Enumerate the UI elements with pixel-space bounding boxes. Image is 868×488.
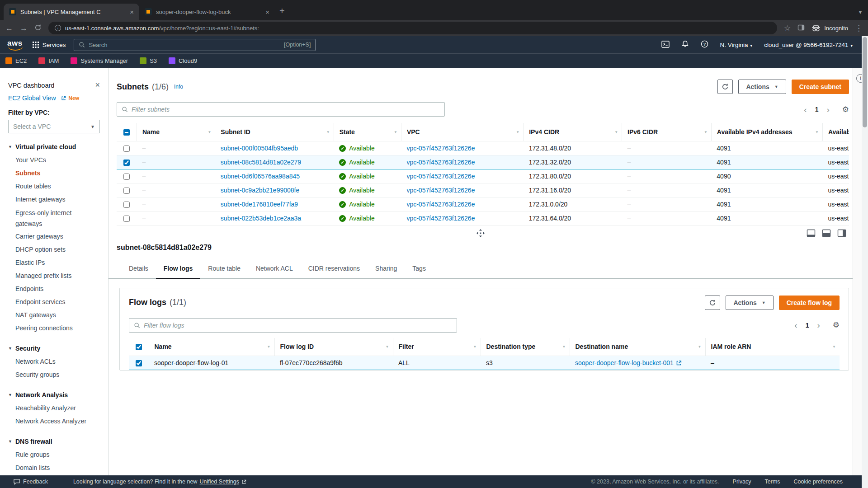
panel-splitter[interactable] (108, 228, 853, 238)
tab-close-icon[interactable]: × (130, 8, 134, 16)
tab-close-icon[interactable]: × (265, 8, 269, 16)
row-select-checkbox[interactable] (123, 188, 130, 194)
subnet-row[interactable]: – subnet-0d6f06576aa98a845 ✓Available vp… (117, 169, 849, 183)
actions-button[interactable]: Actions▼ (738, 80, 786, 94)
favorite-iam[interactable]: IAM (38, 57, 59, 64)
previous-page-icon[interactable]: ‹ (794, 321, 797, 329)
tab-cidr-reservations[interactable]: CIDR reservations (301, 259, 368, 279)
browser-menu-icon[interactable]: ⋮ (855, 24, 863, 32)
sidebar-item-route-tables[interactable]: Route tables (8, 180, 100, 193)
col-header-name[interactable]: Name▼ (149, 338, 274, 356)
bookmark-star-icon[interactable]: ☆ (784, 24, 791, 32)
subnet-id-link[interactable]: subnet-0de176810eef77fa9 (221, 201, 298, 208)
back-icon[interactable]: ← (5, 24, 13, 32)
next-page-icon[interactable]: › (826, 105, 829, 114)
site-info-icon[interactable]: i (55, 25, 61, 31)
column-filter-icon[interactable]: ▼ (832, 345, 836, 349)
vpc-link[interactable]: vpc-057f452763f12626e (406, 187, 475, 194)
subnet-row[interactable]: – subnet-000f00504fb95aedb ✓Available vp… (117, 141, 849, 155)
sidebar-item-reachability-analyzer[interactable]: Reachability Analyzer (8, 402, 100, 415)
row-select-checkbox[interactable] (136, 360, 142, 366)
vpc-link[interactable]: vpc-057f452763f12626e (406, 201, 475, 208)
subnet-id-link[interactable]: subnet-022b53deb1ce2aa3a (221, 215, 301, 222)
sidebar-item-nat-gateways[interactable]: NAT gateways (8, 309, 100, 322)
tab-route-table[interactable]: Route table (200, 259, 248, 279)
vpc-link[interactable]: vpc-057f452763f12626e (406, 215, 475, 222)
sidebar-item-domain-lists[interactable]: Domain lists (8, 461, 100, 474)
row-select-checkbox[interactable] (123, 174, 130, 180)
scrollbar-thumb[interactable] (863, 37, 867, 127)
sidebar-item-network-acls[interactable]: Network ACLs (8, 355, 100, 368)
tab-network-acl[interactable]: Network ACL (248, 259, 301, 279)
sidebar-item-network-access-analyzer[interactable]: Network Access Analyzer (8, 415, 100, 428)
flow-logs-filter-input[interactable] (144, 322, 452, 329)
cloudshell-icon[interactable] (661, 40, 670, 50)
layout-split-half-icon[interactable] (822, 229, 831, 238)
column-filter-icon[interactable]: ▼ (208, 130, 211, 134)
browser-tab-bucket[interactable]: sooper-dooper-flow-log-buck × (139, 4, 275, 20)
column-filter-icon[interactable]: ▼ (267, 345, 271, 349)
subnet-id-link[interactable]: subnet-0c9a2bb21e99008fe (221, 187, 299, 194)
subnets-filter[interactable] (117, 102, 445, 117)
info-link[interactable]: Info (174, 84, 183, 90)
subnet-id-link[interactable]: subnet-0d6f06576aa98a845 (221, 173, 300, 180)
section-network-analysis[interactable]: ▼Network Analysis (8, 389, 100, 402)
vpc-select[interactable]: Select a VPC ▼ (8, 120, 100, 133)
col-header-ipv4-cidr[interactable]: IPv4 CIDR▼ (524, 123, 622, 141)
column-filter-icon[interactable]: ▼ (698, 345, 702, 349)
vpc-link[interactable]: vpc-057f452763f12626e (406, 173, 475, 180)
column-filter-icon[interactable]: ▼ (704, 130, 708, 134)
col-header-destination-type[interactable]: Destination type▼ (481, 338, 570, 356)
sidebar-item-endpoints[interactable]: Endpoints (8, 282, 100, 296)
console-search-input[interactable] (89, 42, 280, 48)
favorite-s3[interactable]: S3 (140, 57, 157, 64)
col-header-available-ipv4[interactable]: Available IPv4 addresses▼ (711, 123, 822, 141)
console-search[interactable]: [Option+S] (74, 39, 316, 51)
address-bar[interactable]: i us-east-1.console.aws.amazon.com/vpc/h… (48, 22, 777, 34)
next-page-icon[interactable]: › (817, 321, 820, 329)
browser-tab-subnets[interactable]: Subnets | VPC Management C × (4, 4, 139, 20)
flow-log-row[interactable]: sooper-dooper-flow-log-01 fl-07ec770ce26… (129, 356, 840, 370)
column-filter-icon[interactable]: ▼ (562, 345, 566, 349)
sidebar-item-dhcp-option-sets[interactable]: DHCP option sets (8, 243, 100, 256)
section-virtual-private-cloud[interactable]: ▼Virtual private cloud (8, 141, 100, 154)
col-header-iam-role-arn[interactable]: IAM role ARN▼ (705, 338, 840, 356)
refresh-button[interactable] (705, 296, 720, 310)
sidebar-item-internet-gateways[interactable]: Internet gateways (8, 193, 100, 206)
col-header-flow-log-id[interactable]: Flow log ID▼ (274, 338, 393, 356)
region-selector[interactable]: N. Virginia▾ (720, 42, 753, 48)
col-header-subnet-id[interactable]: Subnet ID▼ (215, 123, 334, 141)
col-header-filter[interactable]: Filter▼ (393, 338, 481, 356)
services-menu[interactable]: Services (33, 42, 66, 48)
layout-bottom-panel-icon[interactable] (807, 229, 816, 238)
column-filter-icon[interactable]: ▼ (473, 345, 477, 349)
splitter-drag-handle-icon[interactable] (476, 229, 485, 239)
col-header-availability-zone[interactable]: Availab (822, 123, 849, 141)
refresh-button[interactable] (717, 80, 733, 94)
row-select-checkbox[interactable] (123, 216, 130, 222)
destination-bucket-link[interactable]: sooper-dooper-flow-log-bucket-001 (575, 359, 682, 366)
create-flow-log-button[interactable]: Create flow log (779, 296, 840, 310)
close-icon[interactable]: × (95, 80, 100, 90)
terms-link[interactable]: Terms (765, 479, 780, 485)
column-filter-icon[interactable]: ▼ (516, 130, 519, 134)
sidebar-item-elastic-ips[interactable]: Elastic IPs (8, 256, 100, 269)
layout-side-panel-icon[interactable] (837, 229, 846, 238)
unified-settings-link[interactable]: Unified Settings (199, 479, 239, 485)
tab-search-caret-icon[interactable]: ▾ (859, 9, 862, 15)
subnet-row[interactable]: – subnet-022b53deb1ce2aa3a ✓Available vp… (117, 211, 849, 225)
sidebar-item-your-vpcs[interactable]: Your VPCs (8, 154, 100, 167)
subnet-row[interactable]: – subnet-0de176810eef77fa9 ✓Available vp… (117, 197, 849, 211)
browser-scrollbar[interactable] (862, 36, 868, 488)
aws-logo[interactable]: aws (7, 39, 24, 51)
tab-flow-logs[interactable]: Flow logs (156, 259, 201, 279)
col-header-name[interactable]: Name▼ (137, 123, 215, 141)
tab-tags[interactable]: Tags (405, 259, 434, 279)
col-header-vpc[interactable]: VPC▼ (401, 123, 523, 141)
favorite-ec2[interactable]: EC2 (5, 57, 27, 64)
reload-icon[interactable] (34, 24, 42, 33)
row-select-checkbox[interactable] (123, 145, 130, 152)
tab-details[interactable]: Details (121, 259, 156, 279)
column-filter-icon[interactable]: ▼ (815, 130, 819, 134)
col-header-state[interactable]: State▼ (334, 123, 401, 141)
